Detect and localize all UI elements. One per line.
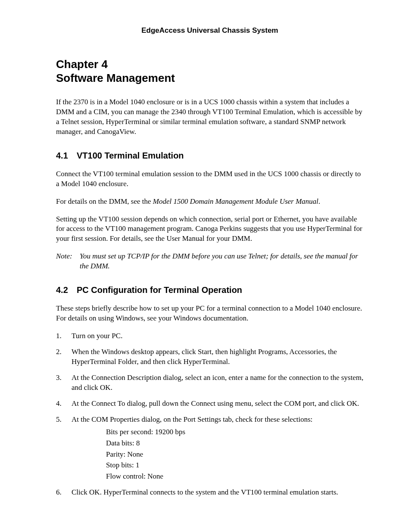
list-item: Click OK. HyperTerminal connects to the …: [56, 488, 364, 498]
body-paragraph: For details on the DMM, see the Model 15…: [56, 197, 364, 207]
setting-line: Flow control: None: [106, 472, 364, 482]
note-label: Note:: [56, 252, 80, 271]
note-block: Note: You must set up TCP/IP for the DMM…: [56, 252, 364, 271]
section-number: 4.1: [56, 150, 77, 162]
steps-list: Turn on your PC. When the Windows deskto…: [56, 331, 364, 498]
section-4-2-heading: 4.2PC Configuration for Terminal Operati…: [56, 284, 364, 296]
body-paragraph: These steps briefly describe how to set …: [56, 304, 364, 324]
section-number: 4.2: [56, 284, 77, 296]
chapter-number: Chapter 4: [56, 58, 108, 71]
list-item: When the Windows desktop appears, click …: [56, 347, 364, 367]
document-header: EdgeAccess Universal Chassis System: [56, 26, 364, 36]
setting-line: Stop bits: 1: [106, 460, 364, 470]
intro-paragraph: If the 2370 is in a Model 1040 enclosure…: [56, 97, 364, 137]
setting-line: Data bits: 8: [106, 439, 364, 448]
setting-line: Parity: None: [106, 450, 364, 460]
list-item: At the Connect To dialog, pull down the …: [56, 399, 364, 409]
port-settings-block: Bits per second: 19200 bps Data bits: 8 …: [106, 427, 364, 482]
list-item: At the COM Properties dialog, on the Por…: [56, 415, 364, 482]
chapter-name: Software Management: [56, 72, 175, 84]
chapter-title: Chapter 4 Software Management: [56, 57, 364, 85]
list-item: At the Connection Description dialog, se…: [56, 373, 364, 393]
section-4-1-heading: 4.1VT100 Terminal Emulation: [56, 150, 364, 162]
body-paragraph: Connect the VT100 terminal emulation ses…: [56, 169, 364, 189]
setting-line: Bits per second: 19200 bps: [106, 427, 364, 437]
note-body: You must set up TCP/IP for the DMM befor…: [80, 252, 364, 271]
manual-reference: Model 1500 Domain Management Module User…: [153, 197, 318, 205]
section-title: VT100 Terminal Emulation: [77, 151, 184, 160]
list-item: Turn on your PC.: [56, 331, 364, 341]
body-paragraph: Setting up the VT100 session depends on …: [56, 215, 364, 244]
section-title: PC Configuration for Terminal Operation: [77, 285, 242, 295]
